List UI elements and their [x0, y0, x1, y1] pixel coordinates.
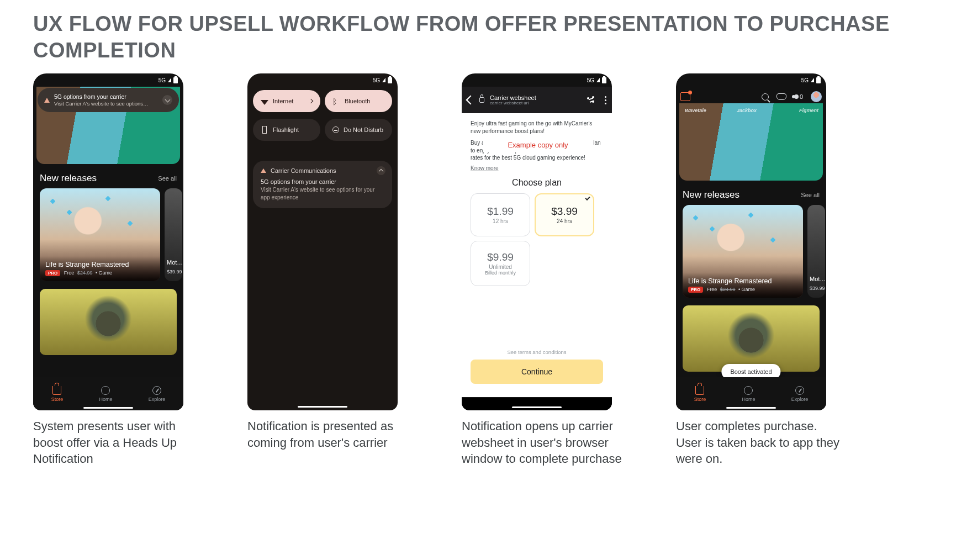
game2-price: $39.99	[167, 269, 182, 274]
phone-screen-3: 5G Carrier websheet carrier websheet url…	[462, 73, 612, 410]
game-row: Life is Strange Remastered PRO Free $24.…	[33, 188, 183, 281]
network-label: 5G	[587, 77, 594, 83]
lock-icon	[479, 97, 484, 103]
phone-screen-4: 5G 0 Wavetale Jackbox Figment	[676, 73, 826, 410]
bottom-nav: Store Home Explore	[676, 377, 826, 410]
collapse-icon[interactable]	[377, 166, 385, 175]
qs-row-2: Flashlight Do Not Disturb	[247, 115, 398, 144]
page-title: UX FLOW FOR UPSELL WORKFLOW FROM OFFER P…	[33, 11, 939, 64]
search-icon[interactable]	[762, 93, 769, 101]
notif-body: Visit Carrier A's website to see options…	[261, 186, 384, 202]
controller-icon[interactable]	[776, 93, 786, 100]
friends-icon[interactable]: 0	[794, 93, 803, 100]
pro-badge: PRO	[45, 270, 60, 276]
section-title-text: New releases	[683, 189, 739, 200]
see-all-link[interactable]: See all	[801, 192, 820, 198]
wifi-icon	[261, 97, 268, 105]
example-copy-label: Example copy only	[483, 138, 593, 152]
carrier-triangle-icon	[261, 168, 266, 173]
plan-price: $9.99	[487, 251, 514, 263]
nav-explore[interactable]: Explore	[149, 386, 166, 402]
plan-price: $1.99	[487, 205, 514, 218]
plan-option-3[interactable]: $9.99 Unlimited Billed monthly	[471, 241, 530, 286]
hun-body: Visit Carrier A's website to see options…	[54, 101, 158, 107]
signal-icon	[382, 78, 385, 82]
signal-icon	[811, 78, 814, 82]
network-label: 5G	[801, 77, 809, 83]
banner-seg-1: Wavetale	[685, 108, 706, 113]
battery-icon	[602, 77, 606, 83]
featured-banner[interactable]: Wavetale Jackbox Figment	[679, 103, 823, 181]
qs-bluetooth[interactable]: Bluetooth	[325, 90, 392, 112]
websheet-toolbar: Carrier websheet carrier websheet url	[462, 87, 612, 113]
continue-button[interactable]: Continue	[471, 360, 603, 384]
status-bar: 5G	[33, 73, 183, 87]
signal-icon	[596, 78, 600, 82]
game-card-2[interactable]: Mot… $39.99	[807, 205, 825, 298]
game-card-1[interactable]: Life is Strange Remastered PRO Free $24.…	[40, 188, 160, 281]
phone-screen-1: 5G Wavetale Jackbox Figment New releases…	[33, 73, 183, 410]
game-meta: PRO Free $24.99 • Game	[45, 270, 155, 276]
heads-up-notification[interactable]: 5G options from your carrier Visit Carri…	[38, 88, 179, 112]
game-title: Life is Strange Remastered	[688, 277, 797, 285]
plan-duration: 24 hrs	[557, 218, 572, 224]
avatar[interactable]	[811, 91, 822, 102]
caption-3: Notification opens up carrier websheet i…	[462, 418, 627, 467]
plan-option-1[interactable]: $1.99 12 hrs	[471, 193, 530, 236]
plan-duration: 12 hrs	[493, 218, 508, 224]
nav-home[interactable]: Home	[742, 386, 755, 402]
section-header: New releases See all	[33, 164, 183, 188]
gesture-handle[interactable]	[726, 407, 776, 409]
phone-screen-2: 5G Internet Bluetooth Flashlight	[247, 73, 398, 410]
dnd-icon	[332, 126, 339, 133]
nav-explore[interactable]: Explore	[791, 386, 809, 402]
websheet-url: carrier websheet url	[490, 101, 536, 106]
home-icon	[744, 386, 753, 395]
notif-title: 5G options from your carrier	[261, 178, 384, 185]
status-bar: 5G	[462, 73, 612, 87]
gesture-bar[interactable]	[462, 398, 612, 410]
explore-icon	[152, 386, 161, 395]
intro-text-2: Buy a pass for a boost or subscribe to a…	[471, 139, 603, 162]
store-icon	[695, 386, 704, 395]
section-title-text: New releases	[40, 173, 97, 184]
section-header: New releases See all	[676, 181, 826, 205]
qs-dnd[interactable]: Do Not Disturb	[325, 119, 392, 141]
qs-internet[interactable]: Internet	[253, 90, 320, 112]
hero-card[interactable]	[40, 289, 177, 355]
notification-card[interactable]: Carrier Communications 5G options from y…	[253, 161, 392, 208]
game-card-2[interactable]: Mot… $39.99	[165, 188, 182, 281]
back-icon[interactable]	[466, 96, 476, 105]
game-card-1[interactable]: Life is Strange Remastered PRO Free $24.…	[683, 205, 803, 298]
game-title: Life is Strange Remastered	[45, 261, 155, 268]
gesture-handle[interactable]	[298, 406, 347, 408]
know-more-link[interactable]: Know more	[471, 165, 499, 171]
more-icon[interactable]	[605, 99, 606, 101]
chevron-right-icon	[309, 99, 313, 103]
store-icon	[52, 386, 61, 395]
qs-row-1: Internet Bluetooth	[247, 87, 398, 115]
flow-row: 5G Wavetale Jackbox Figment New releases…	[33, 73, 939, 467]
step-1: 5G Wavetale Jackbox Figment New releases…	[33, 73, 199, 467]
explore-icon	[795, 386, 804, 395]
banner-seg-3: Figment	[799, 108, 818, 113]
gift-icon[interactable]	[680, 92, 690, 101]
see-all-link[interactable]: See all	[158, 175, 177, 182]
nav-store[interactable]: Store	[51, 386, 64, 402]
nav-home[interactable]: Home	[99, 386, 112, 402]
terms-link[interactable]: See terms and conditions	[462, 349, 612, 355]
nav-store[interactable]: Store	[694, 386, 706, 402]
network-label: 5G	[159, 77, 166, 83]
game2-title: Mot…	[167, 259, 182, 266]
caption-2: Notification is presented as coming from…	[247, 418, 413, 451]
qs-flashlight[interactable]: Flashlight	[253, 119, 320, 141]
plan-option-2-selected[interactable]: $3.99 24 hrs	[535, 193, 594, 236]
carrier-triangle-icon	[44, 98, 50, 103]
chevron-down-icon[interactable]	[162, 95, 172, 105]
share-icon[interactable]	[587, 96, 595, 104]
home-icon	[101, 386, 110, 395]
gesture-handle[interactable]	[83, 407, 133, 409]
plan-grid: $1.99 12 hrs $3.99 24 hrs $9.99 Unlimite…	[471, 193, 603, 286]
hero-card[interactable]	[683, 305, 820, 372]
flashlight-icon	[261, 126, 268, 134]
